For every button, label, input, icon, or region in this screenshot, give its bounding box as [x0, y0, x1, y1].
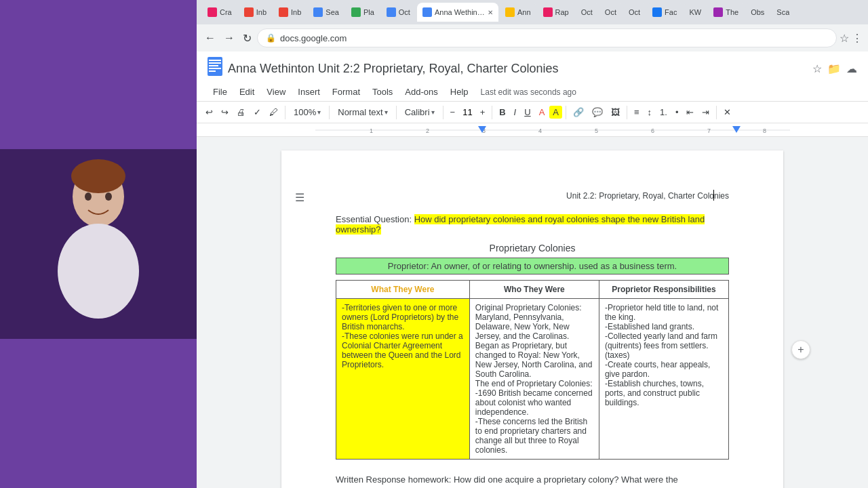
tab-favicon-inb2: [279, 7, 288, 17]
tab-the[interactable]: The: [708, 3, 744, 22]
tab-favicon-doc: [422, 7, 432, 17]
font-size-value: 11: [460, 107, 475, 117]
print-button[interactable]: 🖨: [233, 104, 249, 120]
style-dropdown[interactable]: Normal text ▾: [333, 104, 392, 120]
tab-inb1[interactable]: Inb: [239, 3, 272, 22]
paintformat-button[interactable]: 🖊: [266, 104, 281, 120]
menu-format[interactable]: Format: [327, 84, 366, 100]
menu-insert[interactable]: Insert: [292, 84, 326, 100]
menu-tools[interactable]: Tools: [367, 84, 398, 100]
star-icon[interactable]: ☆: [812, 62, 822, 75]
zoom-dropdown[interactable]: 100% ▾: [289, 104, 326, 120]
tab-pla[interactable]: Pla: [346, 3, 380, 22]
tab-oct2[interactable]: Oct: [576, 3, 598, 22]
font-arrow-icon: ▾: [431, 108, 435, 116]
back-button[interactable]: ←: [202, 29, 218, 47]
svg-point-3: [85, 192, 92, 201]
decrease-indent-button[interactable]: ⇤: [683, 104, 697, 120]
link-button[interactable]: 🔗: [570, 104, 587, 120]
separator-1: [285, 106, 285, 119]
font-dropdown[interactable]: Calibri ▾: [400, 104, 439, 120]
doc-header: Anna Wethinton Unit 2:2 Proprietary, Roy…: [197, 52, 868, 102]
svg-text:7: 7: [707, 127, 711, 134]
font-color-button[interactable]: A: [536, 104, 549, 120]
zoom-arrow-icon: ▾: [317, 108, 321, 116]
line-spacing-button[interactable]: ↕: [644, 104, 656, 120]
toolbar: ↩ ↪ 🖨 ✓ 🖊 100% ▾ Normal text ▾ Calibri ▾…: [197, 102, 868, 123]
tab-fac[interactable]: Fac: [647, 3, 682, 22]
tab-inb2[interactable]: Inb: [273, 3, 307, 22]
spellcheck-button[interactable]: ✓: [250, 104, 264, 120]
tab-ann[interactable]: Ann: [500, 3, 536, 22]
essential-question: Essential Question: How did proprietary …: [336, 214, 729, 235]
highlight-button[interactable]: A: [549, 106, 562, 119]
tab-close-icon[interactable]: ✕: [488, 9, 493, 16]
folder-icon[interactable]: 📁: [827, 62, 841, 75]
underline-button[interactable]: U: [521, 104, 534, 120]
tab-label-oct2: Oct: [581, 8, 593, 16]
google-docs-icon: [208, 57, 222, 80]
add-element-button[interactable]: +: [791, 340, 810, 359]
image-button[interactable]: 🖼: [608, 104, 623, 120]
svg-rect-9: [209, 68, 221, 69]
table-header-who: Who They Were: [469, 281, 599, 299]
align-button[interactable]: ≡: [631, 104, 643, 120]
webcam-feed: [0, 149, 197, 339]
tab-kw[interactable]: KW: [684, 3, 707, 22]
refresh-button[interactable]: ↻: [240, 29, 254, 47]
menu-file[interactable]: File: [208, 84, 233, 100]
lock-icon: 🔒: [266, 33, 276, 43]
tab-obs[interactable]: Obs: [745, 3, 770, 22]
address-bar[interactable]: 🔒 docs.google.com: [257, 28, 837, 47]
tab-label-oct3: Oct: [605, 8, 616, 16]
menu-bar: File Edit View Insert Format Tools Add-o…: [208, 83, 857, 101]
forward-button[interactable]: →: [221, 29, 237, 47]
table-header-resp: Proprietor Responsibilities: [599, 281, 728, 299]
tab-oct3[interactable]: Oct: [599, 3, 622, 22]
italic-button[interactable]: I: [511, 104, 520, 120]
tab-cra[interactable]: Cra: [202, 3, 237, 22]
increase-indent-button[interactable]: ⇥: [698, 104, 713, 120]
clear-format-button[interactable]: ✕: [720, 104, 734, 120]
doc-body[interactable]: ☰ Unit 2.2: Proprietary, Royal, Charter …: [197, 137, 868, 488]
list-numbered-button[interactable]: 1.: [656, 104, 671, 120]
proprietary-table: What They Were Who They Were Proprietor …: [336, 280, 729, 460]
tab-active-doc[interactable]: Anna Wethinton Unit 2:2 ✕: [417, 3, 498, 22]
tab-label-the: The: [726, 8, 738, 16]
font-size-decrease-button[interactable]: −: [447, 104, 459, 120]
menu-addons[interactable]: Add-ons: [399, 84, 443, 100]
tab-rap[interactable]: Rap: [538, 3, 574, 22]
tab-oct4[interactable]: Oct: [623, 3, 646, 22]
bold-button[interactable]: B: [496, 104, 509, 120]
tab-favicon-the: [713, 7, 723, 17]
tab-sca[interactable]: Sca: [771, 3, 795, 22]
table-cell-resp: -Proprietor held title to land, not the …: [599, 299, 728, 460]
written-response-text: Written Response homework: How did one a…: [336, 474, 678, 488]
svg-rect-8: [209, 65, 218, 66]
table-cell-who: Original Proprietary Colonies: Maryland,…: [469, 299, 599, 460]
doc-title[interactable]: Anna Wethinton Unit 2:2 Proprietary, Roy…: [228, 62, 807, 76]
cloud-icon[interactable]: ☁: [846, 62, 857, 75]
tab-favicon-rap: [543, 7, 553, 17]
menu-view[interactable]: View: [261, 84, 291, 100]
tab-label-cra: Cra: [220, 8, 232, 16]
svg-text:2: 2: [426, 127, 429, 134]
doc-page: ☰ Unit 2.2: Proprietary, Royal, Charter …: [281, 150, 783, 488]
tab-oct1[interactable]: Oct: [381, 3, 416, 22]
extension-button[interactable]: ⋮: [852, 32, 863, 45]
bookmark-button[interactable]: ☆: [840, 32, 849, 45]
svg-point-4: [105, 192, 112, 201]
list-bullet-button[interactable]: •: [672, 104, 682, 120]
comment-button[interactable]: 💬: [589, 104, 606, 120]
resp-text: -Proprietor held title to land, not the …: [605, 303, 718, 407]
font-size-increase-button[interactable]: +: [477, 104, 489, 120]
menu-edit[interactable]: Edit: [234, 84, 260, 100]
header-right-text: Unit 2.2: Proprietary, Royal, Charter Co…: [566, 191, 729, 201]
separator-5: [492, 106, 492, 119]
tab-sea[interactable]: Sea: [308, 3, 344, 22]
menu-help[interactable]: Help: [445, 84, 474, 100]
tab-label-kw: KW: [689, 8, 701, 16]
last-edit-text: Last edit was seconds ago: [481, 87, 576, 97]
undo-button[interactable]: ↩: [202, 104, 216, 120]
redo-button[interactable]: ↪: [218, 104, 232, 120]
